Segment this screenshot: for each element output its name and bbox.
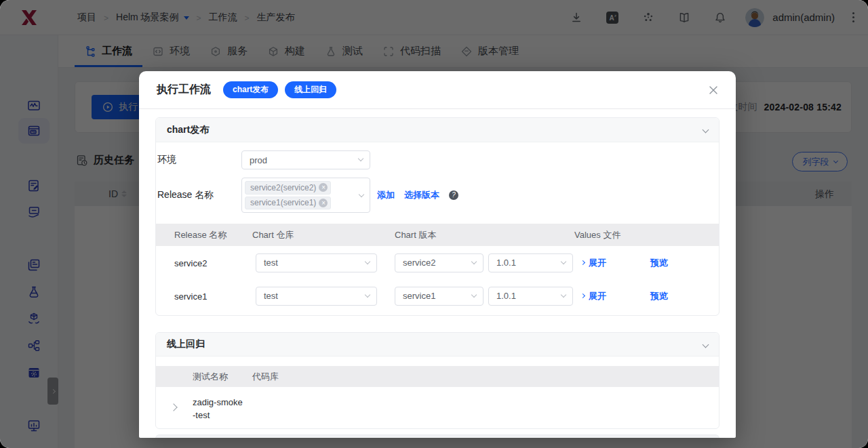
expand-values-link[interactable]: 展开 <box>581 290 606 302</box>
online-regression-panel-header[interactable]: 线上回归 <box>156 333 719 357</box>
chevron-down-icon <box>561 291 566 297</box>
close-icon <box>709 85 718 95</box>
chart-repo-select[interactable]: test <box>256 287 377 306</box>
release-name-cell: service2 <box>174 258 207 268</box>
panel-title: 线上回归 <box>167 338 205 350</box>
tag-remove-icon[interactable] <box>319 183 328 192</box>
release-links: 添加 选择版本 <box>377 189 458 201</box>
row-expand-chevron-icon[interactable] <box>170 403 177 411</box>
column-header-code-repo: 代码库 <box>252 366 279 387</box>
release-name-field-row: Release 名称 service2(service2) service1(s… <box>157 178 719 213</box>
environment-select-value: prod <box>250 155 267 165</box>
environment-select[interactable]: prod <box>241 150 370 169</box>
close-dialog-button[interactable] <box>709 85 718 95</box>
add-link[interactable]: 添加 <box>377 189 395 201</box>
release-tag: service2(service2) <box>245 181 331 195</box>
chevron-down-icon <box>703 341 709 348</box>
dialog-header: 执行工作流 chart发布 线上回归 <box>139 71 736 109</box>
chart-repo-select[interactable]: test <box>256 253 377 272</box>
panel-title: chart发布 <box>167 124 209 136</box>
test-table-header: 测试名称 代码库 <box>156 366 719 387</box>
next-panel-top-sliver <box>155 434 719 438</box>
stage-pill-chart-release[interactable]: chart发布 <box>223 81 278 98</box>
chart-name-select[interactable]: service1 <box>395 287 484 306</box>
online-regression-panel-body: 测试名称 代码库 zadig-smoke -test <box>156 366 719 428</box>
chevron-down-icon <box>471 291 477 297</box>
release-tag: service1(service1) <box>245 197 331 210</box>
dialog-body: chart发布 环境 prod Release 名称 <box>139 109 736 438</box>
chart-name-select[interactable]: service2 <box>395 253 484 272</box>
chart-release-panel: chart发布 环境 prod Release 名称 <box>155 117 719 316</box>
chevron-down-icon <box>703 127 709 134</box>
test-table-row: zadig-smoke -test <box>156 387 719 428</box>
help-question-icon[interactable] <box>449 190 458 200</box>
browser-window: 项目 Helm 场景案例 工作流 生产发布 <box>0 0 868 448</box>
chevron-right-icon <box>580 260 585 264</box>
chevron-down-icon <box>365 291 370 297</box>
chart-version-select[interactable]: 1.0.1 <box>488 287 573 306</box>
dialog-title: 执行工作流 <box>157 83 211 97</box>
chart-release-panel-header[interactable]: chart发布 <box>156 118 719 142</box>
column-header-test-name: 测试名称 <box>193 366 228 387</box>
column-header-chart-repo: Chart 仓库 <box>252 224 294 246</box>
release-name-multiselect[interactable]: service2(service2) service1(service1) <box>241 178 370 213</box>
chart-release-panel-body: 环境 prod Release 名称 service2(service2) <box>156 142 719 315</box>
column-header-release-name: Release 名称 <box>174 224 226 246</box>
chevron-right-icon <box>580 293 585 298</box>
environment-field-row: 环境 prod <box>157 150 719 169</box>
test-name-cell: zadig-smoke -test <box>193 396 243 422</box>
preview-link[interactable]: 预览 <box>650 290 668 302</box>
environment-label: 环境 <box>157 154 241 166</box>
chevron-down-icon <box>365 258 370 264</box>
stage-pill-online-regression[interactable]: 线上回归 <box>285 81 336 98</box>
stage-pills: chart发布 线上回归 <box>223 81 336 98</box>
online-regression-panel: 线上回归 测试名称 代码库 zadig-smoke -test <box>155 332 719 429</box>
run-workflow-dialog: 执行工作流 chart发布 线上回归 chart发布 环境 <box>139 71 736 438</box>
chevron-down-icon <box>471 258 477 264</box>
column-header-values-file: Values 文件 <box>574 224 620 246</box>
tag-remove-icon[interactable] <box>319 199 328 207</box>
chevron-down-icon <box>561 258 566 264</box>
chevron-down-icon <box>358 156 363 161</box>
select-version-link[interactable]: 选择版本 <box>404 189 439 201</box>
expand-values-link[interactable]: 展开 <box>581 257 606 269</box>
chart-version-select[interactable]: 1.0.1 <box>488 253 573 272</box>
release-name-cell: service1 <box>174 291 207 301</box>
table-row: service1 test service1 1.0.1 <box>156 279 719 312</box>
release-config-table: Release 名称 Chart 仓库 Chart 版本 Values 文件 s… <box>156 224 719 312</box>
release-name-label: Release 名称 <box>157 189 241 201</box>
table-row: service2 test service2 1.0.1 <box>156 246 719 279</box>
chevron-down-icon <box>359 192 364 197</box>
column-header-chart-version: Chart 版本 <box>395 224 436 246</box>
preview-link[interactable]: 预览 <box>650 257 668 269</box>
release-table-header: Release 名称 Chart 仓库 Chart 版本 Values 文件 <box>156 224 719 246</box>
